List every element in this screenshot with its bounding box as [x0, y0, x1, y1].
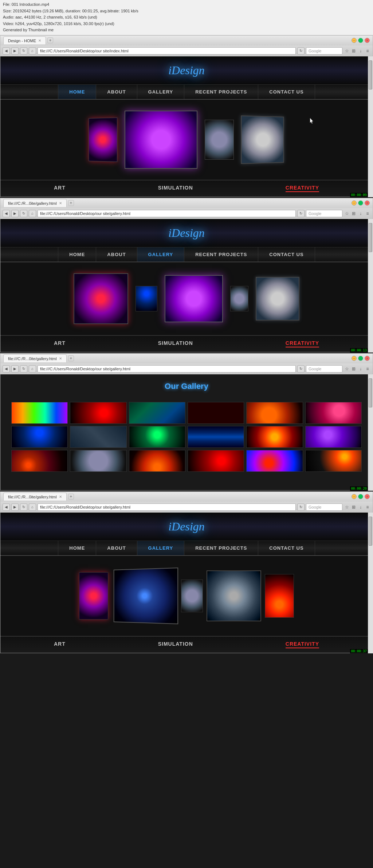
- footer-art-4[interactable]: Art: [54, 641, 66, 648]
- showcase-item-1d[interactable]: [241, 115, 284, 164]
- star-icon-2[interactable]: ☆: [344, 211, 350, 216]
- gallery-thumb-10[interactable]: [188, 426, 244, 448]
- nav-projects-4[interactable]: RECENT PROJECTS: [184, 541, 258, 555]
- scrollbar-1[interactable]: [368, 56, 373, 197]
- scrollbar-3[interactable]: [368, 374, 373, 491]
- gallery-thumb-1[interactable]: [11, 402, 68, 424]
- scroll-thumb-1[interactable]: [369, 60, 372, 89]
- bookmark-icon-4[interactable]: ⊞: [351, 504, 357, 510]
- showcase-item-4c[interactable]: [181, 580, 203, 612]
- search-bar-2[interactable]: Google: [306, 210, 342, 217]
- showcase-item-1b[interactable]: [125, 111, 197, 169]
- showcase-item-2d[interactable]: [230, 286, 248, 311]
- nav-contact-1[interactable]: CONTACT US: [258, 85, 315, 99]
- home-btn-1[interactable]: ⌂: [29, 47, 36, 55]
- showcase-item-2a[interactable]: [74, 273, 128, 324]
- close-btn-1[interactable]: ✕: [365, 38, 370, 43]
- forward-btn-1[interactable]: ▶: [11, 47, 19, 55]
- nav-gallery-4[interactable]: GALLERY: [137, 541, 185, 555]
- showcase-item-4a[interactable]: [79, 572, 108, 620]
- gallery-thumb-6[interactable]: [305, 402, 362, 424]
- scroll-thumb-2[interactable]: [369, 223, 372, 252]
- showcase-item-2e[interactable]: [256, 277, 299, 320]
- footer-creativity-2[interactable]: Creativity: [286, 340, 319, 347]
- refresh-btn-4[interactable]: ↻: [20, 503, 27, 511]
- gallery-thumb-8[interactable]: [70, 426, 126, 448]
- nav-about-2[interactable]: ABOUT: [96, 247, 137, 262]
- bookmark-icon-2[interactable]: ⊞: [351, 211, 357, 216]
- footer-sim-4[interactable]: Simulation: [158, 641, 193, 648]
- gallery-thumb-15[interactable]: [129, 450, 185, 472]
- star-icon-1[interactable]: ☆: [344, 48, 350, 54]
- footer-sim-2[interactable]: Simulation: [158, 340, 193, 347]
- new-tab-btn-1[interactable]: +: [47, 37, 53, 43]
- nav-about-1[interactable]: ABOUT: [96, 85, 137, 99]
- reload-btn-3[interactable]: ↻: [297, 365, 305, 373]
- nav-home-4[interactable]: HOME: [58, 541, 96, 555]
- browser-tab-4[interactable]: file:///C:/R...0ite/gallery.html ✕: [3, 493, 67, 501]
- gallery-thumb-11[interactable]: [246, 426, 303, 448]
- new-tab-btn-3[interactable]: +: [68, 355, 74, 361]
- showcase-item-4e[interactable]: [265, 574, 294, 618]
- footer-sim-1[interactable]: Simulation: [158, 185, 193, 192]
- browser-tab-2[interactable]: file:///C:/R...0ite/gallery.html ✕: [3, 199, 67, 207]
- close-tab-2[interactable]: ✕: [59, 201, 62, 205]
- back-btn-2[interactable]: ◀: [3, 210, 10, 217]
- close-tab-3[interactable]: ✕: [59, 357, 62, 361]
- nav-gallery-2[interactable]: GALLERY: [137, 247, 185, 262]
- footer-creativity-4[interactable]: Creativity: [286, 641, 319, 648]
- home-btn-3[interactable]: ⌂: [29, 365, 36, 373]
- gallery-thumb-16[interactable]: [188, 450, 244, 472]
- scrollbar-4[interactable]: [368, 513, 373, 653]
- gallery-thumb-14[interactable]: [70, 450, 126, 472]
- showcase-item-4b[interactable]: [114, 568, 178, 624]
- menu-icon-2[interactable]: ≡: [365, 211, 370, 216]
- reload-btn-1[interactable]: ↻: [297, 47, 305, 55]
- reload-btn-2[interactable]: ↻: [297, 210, 305, 217]
- back-btn-1[interactable]: ◀: [3, 47, 10, 55]
- download-icon-3[interactable]: ↓: [358, 366, 364, 372]
- bookmark-icon-1[interactable]: ⊞: [351, 48, 357, 54]
- search-bar-3[interactable]: Google: [306, 365, 342, 373]
- gallery-thumb-18[interactable]: [305, 450, 362, 472]
- minimize-btn-3[interactable]: ─: [352, 356, 357, 361]
- footer-creativity-1[interactable]: Creativity: [286, 185, 319, 192]
- nav-projects-2[interactable]: RECENT PROJECTS: [184, 247, 258, 262]
- maximize-btn-4[interactable]: □: [358, 494, 363, 499]
- browser-tab-3[interactable]: file:///C:/R...0ite/gallery.html ✕: [3, 354, 67, 362]
- nav-contact-4[interactable]: CONTACT US: [258, 541, 315, 555]
- nav-contact-2[interactable]: CONTACT US: [258, 247, 315, 262]
- close-btn-3[interactable]: ✕: [365, 356, 370, 361]
- minimize-btn-4[interactable]: ─: [352, 494, 357, 499]
- gallery-thumb-7[interactable]: [11, 426, 68, 448]
- download-icon-2[interactable]: ↓: [358, 211, 364, 216]
- gallery-thumb-4[interactable]: [188, 402, 244, 424]
- showcase-item-4d[interactable]: [207, 570, 261, 621]
- minimize-btn-2[interactable]: ─: [352, 200, 357, 206]
- gallery-thumb-12[interactable]: [305, 426, 362, 448]
- showcase-item-1c[interactable]: [205, 120, 234, 160]
- maximize-btn-2[interactable]: □: [358, 200, 363, 206]
- download-icon-4[interactable]: ↓: [358, 504, 364, 510]
- menu-icon-3[interactable]: ≡: [365, 366, 370, 372]
- close-btn-4[interactable]: ✕: [365, 494, 370, 499]
- bookmark-icon-3[interactable]: ⊞: [351, 366, 357, 372]
- home-btn-4[interactable]: ⌂: [29, 503, 36, 511]
- close-tab-1[interactable]: ✕: [38, 39, 41, 43]
- download-icon-1[interactable]: ↓: [358, 48, 364, 54]
- nav-about-4[interactable]: ABOUT: [96, 541, 137, 555]
- forward-btn-3[interactable]: ▶: [11, 365, 19, 373]
- search-bar-1[interactable]: Google: [306, 47, 342, 55]
- maximize-btn-3[interactable]: □: [358, 356, 363, 361]
- gallery-thumb-2[interactable]: [70, 402, 126, 424]
- back-btn-3[interactable]: ◀: [3, 365, 10, 373]
- reload-btn-4[interactable]: ↻: [297, 503, 305, 511]
- footer-art-2[interactable]: Art: [54, 340, 66, 347]
- minimize-btn-1[interactable]: ─: [352, 38, 357, 43]
- nav-projects-1[interactable]: RECENT PROJECTS: [184, 85, 258, 99]
- address-bar-1[interactable]: file:///C:/Users/Ronald/Desktop/our site…: [38, 47, 296, 55]
- showcase-item-2c[interactable]: [165, 275, 223, 322]
- close-btn-2[interactable]: ✕: [365, 200, 370, 206]
- forward-btn-2[interactable]: ▶: [11, 210, 19, 217]
- maximize-btn-1[interactable]: □: [358, 38, 363, 43]
